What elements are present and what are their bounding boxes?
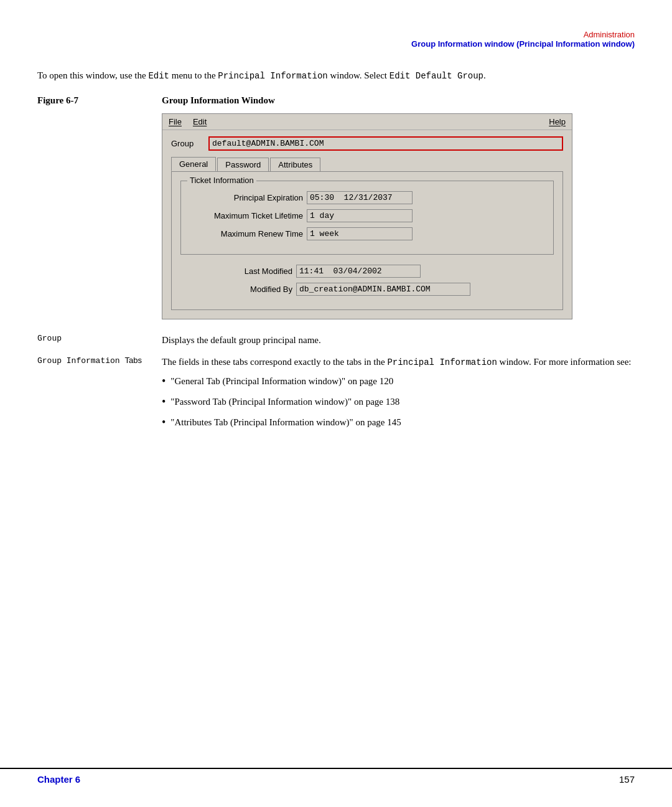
max-renew-input[interactable] [307,227,413,240]
group-info-code: Principal Information [387,357,497,367]
page-header: Administration Group Information window … [411,30,635,49]
group-desc-row: Group Displays the default group princip… [37,333,635,347]
principal-expiration-label: Principal Expiration [191,193,303,202]
last-modified-label: Last Modified [180,267,292,276]
group-info-term: Group Information Tabs [37,355,162,366]
figure-row: Figure 6-7 Group Information Window [37,95,635,106]
group-term: Group [37,333,162,343]
menu-file[interactable]: File [169,117,182,126]
group-info-def: The fields in these tabs correspond exac… [162,355,635,437]
desc-section: Group Displays the default group princip… [37,333,635,437]
principal-expiration-input[interactable] [307,191,413,204]
modified-by-input[interactable] [296,283,470,296]
window: File Edit Help Group General Password At… [162,113,572,319]
tab-general[interactable]: General [171,157,216,171]
group-info-text1: The fields in these tabs correspond exac… [162,357,632,367]
max-renew-row: Maximum Renew Time [191,227,543,240]
intro-code-default: Edit Default Group [390,71,483,81]
last-modified-row: Last Modified [180,265,554,278]
main-content: To open this window, use the Edit menu t… [37,68,635,444]
footer-chapter: Chapter 6 [37,774,80,785]
bullet-list: • "General Tab (Principal Information wi… [162,374,635,430]
group-info-desc-row: Group Information Tabs The fields in the… [37,355,635,437]
bullet-dot-1: • [162,374,166,389]
tab-password[interactable]: Password [217,158,269,171]
window-container: File Edit Help Group General Password At… [162,113,635,319]
bottom-fields: Last Modified Modified By [180,265,554,296]
group-row: Group [171,136,563,151]
tab-content: Ticket Information Principal Expiration … [171,172,563,310]
menu-edit[interactable]: Edit [193,117,207,126]
max-ticket-label: Maximum Ticket Lifetime [191,211,303,220]
principal-expiration-row: Principal Expiration [191,191,543,204]
menu-left: File Edit [169,117,207,126]
last-modified-input[interactable] [296,265,421,278]
tabs-row: General Password Attributes [171,157,563,172]
header-subtitle: Group Information window (Principal Info… [411,39,635,49]
bullet-item-3: • "Attributes Tab (Principal Information… [162,415,635,430]
group-input[interactable] [208,136,563,151]
max-ticket-row: Maximum Ticket Lifetime [191,209,543,222]
intro-code-edit: Edit [148,71,169,81]
bullet-text-3: "Attributes Tab (Principal Information w… [170,415,401,430]
max-ticket-input[interactable] [307,209,413,222]
figure-title: Group Information Window [162,95,275,106]
header-administration: Administration [411,30,635,39]
intro-code-principal: Principal Information [218,71,327,81]
menu-help[interactable]: Help [549,117,566,126]
footer-page: 157 [619,774,635,785]
bullet-item-2: • "Password Tab (Principal Information w… [162,395,635,409]
bullet-dot-3: • [162,415,166,430]
modified-by-label: Modified By [180,285,292,294]
bullet-text-2: "Password Tab (Principal Information win… [170,395,399,409]
bullet-dot-2: • [162,395,166,409]
ticket-group-legend: Ticket Information [187,176,256,185]
modified-by-row: Modified By [180,283,554,296]
group-label-text: Group [171,139,203,148]
figure-label: Figure 6-7 [37,95,162,106]
window-menubar: File Edit Help [162,114,572,130]
bullet-text-1: "General Tab (Principal Information wind… [170,374,393,389]
intro-paragraph: To open this window, use the Edit menu t… [37,68,635,83]
max-renew-label: Maximum Renew Time [191,229,303,238]
group-def: Displays the default group principal nam… [162,333,635,347]
tab-attributes[interactable]: Attributes [270,158,320,171]
window-body: Group General Password Attributes Ticket… [162,130,572,319]
bullet-item-1: • "General Tab (Principal Information wi… [162,374,635,389]
page-footer: Chapter 6 157 [0,768,672,790]
ticket-group: Ticket Information Principal Expiration … [180,181,554,255]
